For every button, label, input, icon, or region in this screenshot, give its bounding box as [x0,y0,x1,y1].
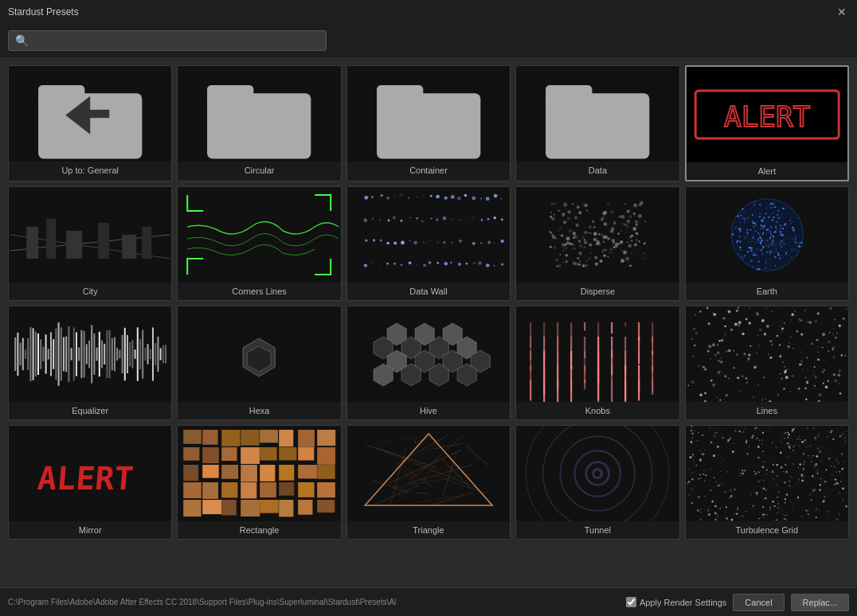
preset-item-up-to-general[interactable]: Up to: General [8,65,172,181]
svg-rect-946 [184,465,199,481]
svg-point-838 [719,400,721,401]
svg-rect-641 [114,337,115,372]
svg-point-248 [589,244,592,247]
svg-point-1265 [699,474,701,475]
svg-point-340 [765,251,768,254]
svg-point-451 [731,233,733,235]
svg-point-802 [834,380,837,383]
svg-point-1267 [801,441,804,443]
svg-rect-941 [241,447,260,464]
svg-point-1214 [815,517,816,518]
svg-point-826 [779,355,781,357]
svg-point-1264 [737,509,738,510]
cancel-button[interactable]: Cancel [733,594,784,611]
svg-point-1187 [772,442,773,443]
svg-point-752 [822,333,825,336]
svg-point-173 [619,216,621,218]
svg-point-26 [408,197,409,199]
svg-point-437 [765,224,765,225]
svg-rect-969 [318,500,335,513]
svg-point-180 [632,235,633,236]
svg-point-1373 [790,502,791,503]
svg-point-93 [458,263,461,266]
svg-point-1328 [816,508,816,509]
svg-point-742 [757,384,759,387]
svg-point-1222 [703,470,704,470]
svg-point-586 [792,227,793,228]
svg-point-20 [364,196,368,200]
preset-item-disperse[interactable]: Disperse [515,186,679,301]
svg-point-1157 [727,439,730,442]
svg-rect-628 [80,330,82,378]
preset-item-earth[interactable]: Earth [685,186,849,301]
svg-point-449 [762,228,763,229]
svg-point-793 [717,352,719,354]
svg-point-1153 [831,466,832,467]
svg-point-313 [764,263,765,263]
svg-point-1206 [804,439,805,441]
apply-render-settings-label: Apply Render Settings [640,598,726,607]
svg-point-1275 [828,458,830,460]
svg-point-136 [581,227,581,228]
preset-item-turbulence-grid[interactable]: Turbulence Grid [685,425,849,540]
svg-point-1411 [714,513,716,514]
preset-item-container[interactable]: Container [346,65,511,181]
svg-point-441 [754,239,755,240]
close-button[interactable]: ✕ [835,5,849,19]
preset-item-mirror[interactable]: ALERT Mirror [8,425,172,540]
search-input[interactable] [33,35,319,47]
svg-point-299 [622,241,623,242]
preset-item-data[interactable]: Data [515,65,679,181]
svg-rect-646 [127,335,128,373]
preset-item-lines[interactable]: Lines [685,306,849,420]
svg-point-1024 [783,443,784,443]
svg-point-1254 [844,441,846,443]
svg-point-1412 [689,456,691,458]
svg-point-751 [718,360,720,362]
svg-rect-618 [55,329,57,380]
preset-item-hive[interactable]: Hive [346,306,511,420]
preset-item-tunnel[interactable]: Tunnel [515,425,679,540]
apply-render-settings-checkbox[interactable] [626,597,636,607]
svg-point-1079 [745,473,747,474]
svg-point-241 [604,222,608,226]
preset-item-knobs[interactable]: Knobs [515,306,679,420]
svg-rect-652 [142,329,143,378]
svg-point-138 [608,255,609,257]
svg-point-286 [596,240,600,244]
svg-point-305 [770,225,771,226]
preset-item-city[interactable]: City [8,186,172,301]
svg-point-1146 [788,434,789,435]
svg-point-1117 [719,508,721,509]
svg-point-1313 [762,461,764,462]
svg-rect-19 [142,227,151,259]
svg-point-1003 [575,450,621,497]
svg-point-1393 [746,453,748,454]
preset-item-equalizer[interactable]: Equalizer [8,306,172,420]
svg-rect-644 [122,335,123,373]
svg-point-60 [365,240,367,242]
preset-item-hexa[interactable]: Hexa [177,306,341,420]
svg-point-786 [737,306,738,308]
svg-point-1297 [760,479,762,481]
preset-item-triangle[interactable]: Triangle [346,425,511,540]
svg-point-1038 [784,438,785,439]
preset-item-alert[interactable]: ALERT Alert [685,65,849,181]
preset-item-rectangle[interactable]: Rectangle [177,425,341,540]
replace-button[interactable]: Replac... [791,594,849,611]
svg-point-79 [500,240,503,243]
svg-point-601 [765,262,766,263]
preset-item-circular[interactable]: Circular [177,65,341,181]
svg-rect-639 [109,330,111,378]
svg-rect-605 [22,338,24,371]
svg-line-995 [406,465,472,484]
svg-point-1396 [698,478,699,480]
svg-point-825 [788,368,789,369]
svg-point-1073 [789,448,790,449]
preset-item-data-wall[interactable]: Data Wall [346,186,511,301]
svg-point-360 [753,217,754,218]
svg-rect-726 [624,380,626,399]
preset-item-corners-lines[interactable]: Corners Lines [177,186,341,301]
svg-point-483 [794,248,795,249]
svg-rect-719 [530,380,531,400]
